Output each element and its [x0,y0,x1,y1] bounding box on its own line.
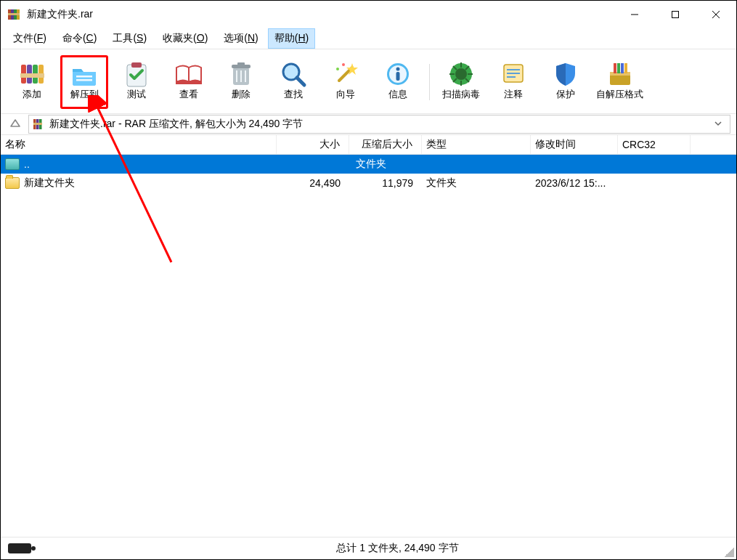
menu-command[interactable]: 命令(C) [56,28,103,49]
test-label: 测试 [127,88,146,101]
caption-buttons [614,1,736,28]
col-header-name[interactable]: 名称 [1,135,277,154]
svg-rect-21 [237,62,245,65]
minimize-button[interactable] [614,1,655,28]
menu-file[interactable]: 文件(F) [7,28,53,49]
go-up-button[interactable] [7,115,24,133]
col-header-crc[interactable]: CRC32 [618,135,691,154]
resize-grip[interactable] [724,547,734,557]
delete-button[interactable]: 删除 [217,55,265,109]
path-text: 新建文件夹.rar - RAR 压缩文件, 解包大小为 24,490 字节 [49,118,303,131]
extract-label: 解压到 [70,88,99,101]
comment-label: 注释 [504,88,523,101]
statusbar: 总计 1 文件夹, 24,490 字节 [1,537,736,559]
svg-rect-15 [76,79,92,81]
row-date: 2023/6/12 15:... [531,177,618,189]
scan-virus-button[interactable]: 扫描病毒 [437,55,485,109]
view-button[interactable]: 查看 [165,55,213,109]
col-header-size[interactable]: 大小 [277,135,349,154]
clipboard-check-icon [121,59,152,89]
archive-file-icon [32,118,45,131]
find-button[interactable]: 查找 [269,55,317,109]
file-list[interactable]: .. 文件夹 新建文件夹 24,490 11,979 文件夹 2023/6/12… [1,155,736,537]
row-type: 文件夹 [422,176,531,190]
column-headers: 名称 大小 压缩后大小 类型 修改时间 CRC32 [1,135,736,155]
test-button[interactable]: 测试 [113,55,160,109]
extract-folder-icon [69,59,99,89]
toolbar-separator [429,64,430,100]
svg-line-26 [297,78,304,85]
menu-tools[interactable]: 工具(S) [106,28,153,49]
row-name: .. [24,158,30,170]
svg-rect-58 [33,123,42,125]
svg-rect-4 [8,13,20,15]
find-label: 查找 [284,88,303,101]
wizard-button[interactable]: 向导 [322,55,370,109]
svg-rect-51 [614,63,616,73]
addressbar: 新建文件夹.rar - RAR 压缩文件, 解包大小为 24,490 字节 [1,114,736,135]
col-header-date[interactable]: 修改时间 [531,135,618,154]
row-size: 24,490 [277,177,349,189]
app-window: 新建文件夹.rar 文件(F) 命令(C) 工具(S) 收藏夹(O) 选项(N)… [0,0,737,560]
svg-point-33 [396,68,400,71]
chevron-down-icon[interactable] [709,119,727,130]
folder-icon [5,177,20,189]
svg-rect-14 [76,76,92,78]
row-packed: 11,979 [349,177,422,189]
titlebar: 新建文件夹.rar [1,1,736,28]
close-button[interactable] [696,1,736,28]
app-icon [7,7,21,22]
comment-button[interactable]: 注释 [489,55,537,109]
svg-point-30 [342,63,345,66]
search-icon [278,59,309,89]
sfx-icon [605,59,635,89]
svg-rect-34 [396,72,400,81]
shield-icon [550,59,581,89]
menu-help[interactable]: 帮助(H) [268,28,315,49]
extract-to-button[interactable]: 解压到 [60,55,108,109]
menu-favorites[interactable]: 收藏夹(O) [156,28,214,49]
svg-point-36 [455,68,467,80]
books-icon [17,59,47,89]
svg-rect-18 [176,81,202,84]
sfx-label: 自解压格式 [596,88,643,101]
svg-rect-54 [624,63,627,73]
parent-folder-row[interactable]: .. 文件夹 [1,155,736,174]
add-button[interactable]: 添加 [8,55,56,109]
col-header-type[interactable]: 类型 [422,135,531,154]
svg-point-29 [336,68,339,70]
window-title: 新建文件夹.rar [27,8,93,21]
toolbar: 添加 解压到 测试 [1,49,736,114]
virus-icon [446,59,476,89]
svg-rect-6 [672,12,679,18]
svg-rect-13 [20,73,44,78]
trash-icon [226,59,256,89]
menu-options[interactable]: 选项(N) [217,28,264,49]
table-row[interactable]: 新建文件夹 24,490 11,979 文件夹 2023/6/12 15:... [1,174,736,192]
note-icon [498,59,529,89]
keyboard-icon [8,543,31,553]
info-label: 信息 [388,88,407,101]
delete-label: 删除 [232,88,251,101]
statusbar-left-icon [1,543,59,553]
maximize-button[interactable] [655,1,696,28]
path-combobox[interactable]: 新建文件夹.rar - RAR 压缩文件, 解包大小为 24,490 字节 [28,115,730,134]
sfx-button[interactable]: 自解压格式 [594,55,646,109]
row-name: 新建文件夹 [24,176,75,190]
open-book-icon [174,59,204,89]
svg-rect-17 [131,62,142,68]
protect-label: 保护 [556,88,575,101]
status-summary: 总计 1 文件夹, 24,490 字节 [59,542,736,555]
wizard-label: 向导 [336,88,355,101]
view-label: 查看 [179,88,198,101]
menubar: 文件(F) 命令(C) 工具(S) 收藏夹(O) 选项(N) 帮助(H) [1,28,736,49]
col-header-packed[interactable]: 压缩后大小 [349,135,422,154]
folder-up-icon [5,158,20,170]
svg-rect-53 [621,63,624,73]
add-label: 添加 [23,88,41,101]
info-icon [383,59,413,89]
protect-button[interactable]: 保护 [542,55,590,109]
scan-label: 扫描病毒 [442,88,480,101]
info-button[interactable]: 信息 [374,55,422,109]
wand-icon [330,59,361,89]
